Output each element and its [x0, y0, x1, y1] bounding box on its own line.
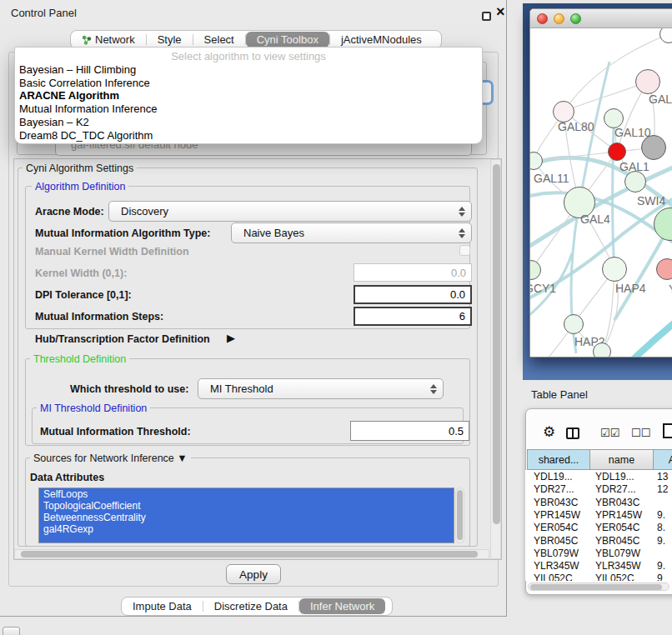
- column-header-3[interactable]: A: [654, 449, 672, 470]
- menu-item-bayesian-k2[interactable]: Bayesian – K2: [15, 116, 482, 129]
- table-cell: YER054C: [534, 522, 578, 533]
- table-cell: 9.: [657, 509, 665, 521]
- network-node-y[interactable]: [656, 258, 672, 280]
- table-cell: YDL19...: [534, 471, 573, 482]
- node-label: GCY1: [530, 282, 556, 295]
- data-attributes-list[interactable]: SelfLoopsTopologicalCoefficientBetweenne…: [38, 488, 454, 543]
- mi-steps-field[interactable]: 6: [354, 307, 472, 326]
- combo-arrows-icon: [430, 384, 437, 394]
- network-node-swi4[interactable]: [624, 171, 646, 192]
- node-table: YDL19...YDL19...13YDR27...YDR27...12YBR0…: [525, 470, 672, 581]
- settings-horizontal-scrollbar[interactable]: [14, 549, 489, 559]
- dpi-tolerance-label: DPI Tolerance [0,1]:: [35, 289, 132, 301]
- mi-steps-label: Mutual Information Steps:: [35, 311, 163, 322]
- network-node-hap4[interactable]: [602, 257, 627, 282]
- apply-button[interactable]: Apply: [226, 564, 281, 584]
- column-header-2[interactable]: name: [590, 449, 654, 470]
- column-header-1[interactable]: shared...: [527, 449, 590, 470]
- node-label: Y: [669, 282, 672, 296]
- table-cell: YIL052C: [534, 572, 573, 581]
- network-node[interactable]: [641, 135, 666, 160]
- close-icon[interactable]: ×: [496, 3, 505, 21]
- node-label: SWI4: [637, 194, 665, 208]
- float-window-icon[interactable]: [482, 12, 491, 21]
- algorithm-definition-legend: Algorithm Definition: [32, 181, 128, 192]
- table-row[interactable]: YPR145WYPR145W9.: [525, 508, 672, 521]
- attribute-list-scrollbar[interactable]: [455, 488, 464, 543]
- table-row[interactable]: YBR045CYBR045C9.: [525, 534, 672, 547]
- network-view-window: GAL7GAL80GAL10GAL1GAL11SWI4GAL4GCY1HAP4Y…: [529, 8, 672, 358]
- table-row[interactable]: YBL079WYBL079W: [525, 547, 672, 559]
- tab-impute-data[interactable]: Impute Data: [122, 598, 203, 614]
- table-row[interactable]: YDL19...YDL19...13: [525, 470, 672, 482]
- table-cell: YLR345W: [595, 560, 641, 572]
- expand-arrow-icon[interactable]: ▶: [227, 332, 235, 344]
- close-traffic-light-icon[interactable]: [537, 13, 548, 24]
- aracne-mode-combo[interactable]: Discovery: [108, 201, 472, 222]
- network-node-hap2[interactable]: [564, 314, 584, 334]
- table-row[interactable]: YDR27...YDR27...12: [525, 482, 672, 495]
- scrollbar-thumb[interactable]: [21, 551, 478, 558]
- network-node-gal1[interactable]: [608, 142, 626, 161]
- network-canvas[interactable]: GAL7GAL80GAL10GAL1GAL11SWI4GAL4GCY1HAP4Y…: [530, 28, 672, 357]
- select-columns-icon[interactable]: ☑☑: [600, 427, 619, 439]
- menu-item-aracne-algorithm[interactable]: ARACNE Algorithm: [15, 89, 482, 102]
- tab-select[interactable]: Select: [193, 32, 245, 48]
- collapsed-panel-button[interactable]: [3, 627, 20, 635]
- tab-label: Select: [204, 33, 234, 46]
- table-row[interactable]: YIL052CYIL052C9: [525, 572, 672, 581]
- tab-label: Cyni Toolbox: [257, 33, 318, 46]
- table-cell: 8.: [657, 522, 665, 533]
- data-attributes-label: Data Attributes: [30, 472, 104, 483]
- attribute-item[interactable]: BetweennessCentrality: [39, 512, 454, 523]
- menu-item-mutual-information-inference[interactable]: Mutual Information Inference: [15, 102, 482, 116]
- mi-type-combo[interactable]: Naive Bayes: [231, 222, 472, 243]
- tab-cyni-toolbox[interactable]: Cyni Toolbox: [246, 32, 329, 48]
- new-table-icon[interactable]: [663, 423, 672, 438]
- network-node[interactable]: [593, 342, 611, 357]
- table-cell: YIL052C: [595, 572, 634, 581]
- minimize-traffic-light-icon[interactable]: [554, 13, 564, 24]
- tab-network[interactable]: Network: [71, 32, 146, 48]
- tab-discretize-data[interactable]: Discretize Data: [203, 598, 298, 614]
- scrollbar-thumb[interactable]: [493, 164, 500, 524]
- deselect-columns-icon[interactable]: ☐☐: [631, 427, 650, 439]
- mi-threshold-legend: MI Threshold Definition: [37, 402, 150, 414]
- network-window-titlebar[interactable]: [530, 9, 672, 28]
- attribute-item[interactable]: gal4RGexp: [39, 523, 454, 535]
- table-cell: YER054C: [595, 522, 639, 533]
- kernel-width-value: 0.0: [451, 267, 466, 279]
- menu-item-basic-correlation-inference[interactable]: Basic Correlation Inference: [15, 77, 482, 90]
- network-node-gal7[interactable]: [635, 69, 660, 94]
- mi-threshold-field[interactable]: 0.5: [350, 421, 469, 441]
- scrollbar-thumb[interactable]: [457, 490, 463, 540]
- menu-item-bayesian-hill-climbing[interactable]: Bayesian – Hill Climbing: [15, 63, 482, 77]
- dpi-tolerance-field[interactable]: 0.0: [354, 285, 472, 304]
- collapse-arrow-icon[interactable]: ▼: [177, 452, 187, 464]
- manual-kernel-checkbox[interactable]: [459, 245, 470, 256]
- table-row[interactable]: YBR043CYBR043C: [525, 496, 672, 508]
- settings-vertical-scrollbar[interactable]: [490, 159, 501, 559]
- table-row[interactable]: YER054CYER054C8.: [525, 521, 672, 533]
- table-cell: YLR345W: [534, 560, 579, 572]
- split-columns-icon[interactable]: [566, 428, 579, 439]
- tab-infer-network[interactable]: Infer Network: [299, 598, 385, 614]
- menu-item-dream8-dc-tdc-algorithm[interactable]: Dream8 DC_TDC Algorithm: [15, 129, 482, 142]
- tab-jactivemnodules[interactable]: jActiveMNodules: [330, 32, 433, 48]
- scrollbar-thumb[interactable]: [530, 584, 662, 590]
- table-cell: YBR045C: [534, 535, 578, 547]
- tab-label: Infer Network: [310, 600, 374, 612]
- table-cell: YPR145W: [595, 509, 642, 521]
- table-row[interactable]: YLR345WYLR345W9.: [525, 559, 672, 572]
- attribute-item[interactable]: TopologicalCoefficient: [39, 500, 454, 512]
- table-cell: YDL19...: [595, 471, 634, 482]
- kernel-width-field[interactable]: 0.0: [354, 263, 472, 282]
- node-label: HAP4: [615, 282, 646, 295]
- gear-icon[interactable]: ⚙: [543, 423, 555, 441]
- zoom-traffic-light-icon[interactable]: [570, 13, 581, 24]
- which-threshold-combo[interactable]: MI Threshold: [198, 378, 444, 399]
- tab-style[interactable]: Style: [147, 32, 193, 48]
- mi-type-label: Mutual Information Algorithm Type:: [35, 228, 210, 239]
- attribute-item[interactable]: SelfLoops: [39, 488, 454, 500]
- table-horizontal-scrollbar[interactable]: [528, 582, 669, 591]
